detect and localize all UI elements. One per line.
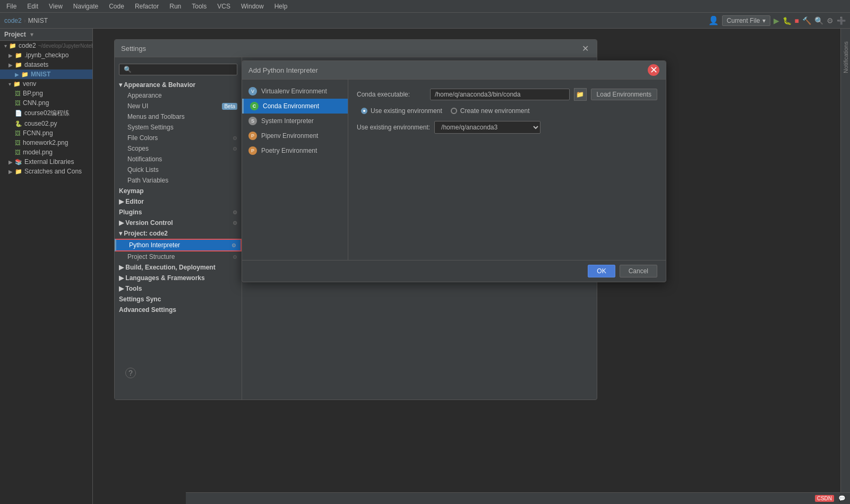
nav-keymap[interactable]: Keymap: [115, 186, 242, 196]
ps-config-icon: ⚙: [233, 254, 237, 260]
nav-virtualenv[interactable]: V Virtualenv Environment: [242, 84, 348, 99]
user-icon[interactable]: 👤: [708, 15, 719, 25]
settings-close-button[interactable]: ✕: [580, 43, 590, 54]
load-environments-button[interactable]: Load Environments: [591, 89, 657, 100]
nav-pipenv[interactable]: P Pipenv Environment: [242, 128, 348, 143]
toolbar-breadcrumb[interactable]: MNIST: [28, 17, 48, 24]
file-colors-config-icon: ⚙: [233, 135, 237, 141]
tree-model[interactable]: 🖼 model.png: [0, 147, 92, 157]
help-button[interactable]: ?: [125, 368, 136, 378]
arrow-icon: ▾: [4, 43, 7, 49]
tree-code2[interactable]: ▾ 📁 code2 ~/develop/JupyterNotebook/code…: [0, 41, 92, 50]
tree-datasets[interactable]: ▶ 📁 datasets: [0, 60, 92, 69]
menu-help[interactable]: Help: [272, 2, 290, 11]
nav-appearance[interactable]: Appearance: [115, 90, 242, 101]
menu-tools[interactable]: Tools: [190, 2, 209, 11]
ok-button[interactable]: OK: [588, 265, 615, 277]
tree-bp[interactable]: 🖼 BP.png: [0, 89, 92, 98]
panel-dropdown[interactable]: ▾: [30, 31, 33, 38]
menu-run[interactable]: Run: [167, 2, 183, 11]
toolbar-project: code2 › MNIST: [4, 17, 48, 24]
nav-system-settings[interactable]: System Settings: [115, 122, 242, 133]
nav-settings-sync[interactable]: Settings Sync: [115, 294, 242, 305]
nav-build[interactable]: ▶ Build, Execution, Deployment: [115, 262, 242, 273]
create-new-radio-circle: [451, 108, 457, 114]
nav-editor[interactable]: ▶ Editor: [115, 196, 242, 207]
create-new-radio[interactable]: Create new environment: [451, 107, 530, 115]
debug-icon[interactable]: 🐛: [783, 16, 792, 25]
nav-scopes[interactable]: Scopes ⚙: [115, 143, 242, 154]
nav-quick-lists[interactable]: Quick Lists: [115, 164, 242, 175]
add-interp-content: Conda executable: 📁 Load Environments: [348, 80, 666, 260]
menu-view[interactable]: View: [47, 2, 65, 11]
nav-poetry-label: Poetry Environment: [261, 147, 317, 154]
nav-plugins[interactable]: Plugins ⚙: [115, 207, 242, 218]
nav-pv-label: Path Variables: [127, 177, 168, 184]
conda-icon: C: [250, 102, 259, 110]
search-icon[interactable]: 🔍: [814, 16, 823, 25]
conda-browse-button[interactable]: 📁: [574, 88, 587, 101]
nav-system-interp[interactable]: S System Interpreter: [242, 114, 348, 128]
tree-couse02[interactable]: 🐍 couse02.py: [0, 119, 92, 128]
nav-menus-toolbars[interactable]: Menus and Toolbars: [115, 111, 242, 122]
venv-icon: V: [248, 87, 257, 95]
nav-path-variables[interactable]: Path Variables: [115, 175, 242, 186]
add-interp-title: Add Python Interpreter: [248, 66, 318, 74]
menu-edit[interactable]: Edit: [25, 2, 40, 11]
bottom-comment-icon[interactable]: 💬: [838, 495, 846, 502]
nav-conda[interactable]: C Conda Environment: [242, 99, 348, 114]
plus-icon[interactable]: ➕: [837, 16, 846, 25]
tree-ext-label: External Libraries: [24, 158, 74, 166]
build-icon[interactable]: 🔨: [802, 16, 811, 25]
nav-version-control[interactable]: ▶ Version Control ⚙: [115, 218, 242, 228]
notifications-sidebar-label[interactable]: Notifications: [842, 39, 850, 75]
nav-new-ui[interactable]: New UI Beta: [115, 101, 242, 111]
nav-project-code2[interactable]: ▾ Project: code2: [115, 228, 242, 239]
tree-course02[interactable]: 📄 course02编程练: [0, 108, 92, 119]
menu-refactor[interactable]: Refactor: [133, 2, 161, 11]
nav-notifications[interactable]: Notifications: [115, 154, 242, 164]
current-file-button[interactable]: Current File ▾: [722, 15, 770, 26]
nav-appearance-behavior[interactable]: ▾ Appearance & Behavior: [115, 80, 242, 90]
tree-course02-label: course02编程练: [24, 109, 70, 118]
nav-file-colors[interactable]: File Colors ⚙: [115, 133, 242, 143]
tree-ipynb[interactable]: ▶ 📁 .ipynb_checkpo: [0, 50, 92, 60]
arrow-icon: ▶: [15, 72, 19, 77]
menu-file[interactable]: File: [4, 2, 19, 11]
project-folder-icon: 📁: [9, 42, 16, 49]
browse-icon: 📁: [576, 91, 584, 98]
stop-icon[interactable]: ■: [795, 16, 799, 25]
nav-ps-label: Project Structure: [127, 253, 175, 260]
tree-scratches[interactable]: ▶ 📁 Scratches and Cons: [0, 167, 92, 176]
use-existing-radio[interactable]: Use existing environment: [361, 107, 442, 115]
menu-code[interactable]: Code: [107, 2, 126, 11]
menu-navigate[interactable]: Navigate: [71, 2, 100, 11]
pi-config-icon: ⚙: [231, 242, 236, 248]
menu-vcs[interactable]: VCS: [215, 2, 233, 11]
nav-tools[interactable]: ▶ Tools: [115, 283, 242, 294]
nav-virtualenv-label: Virtualenv Environment: [261, 88, 327, 95]
nav-notif-label: Notifications: [127, 155, 162, 163]
existing-env-select[interactable]: /home/q/anaconda3: [434, 121, 540, 134]
tree-fcnn[interactable]: 🖼 FCNN.png: [0, 128, 92, 138]
toolbar-project-name[interactable]: code2: [4, 17, 22, 24]
run-icon[interactable]: ▶: [774, 16, 779, 25]
add-interp-close-button[interactable]: ✕: [648, 64, 659, 76]
nav-project-structure[interactable]: Project Structure ⚙: [115, 251, 242, 262]
nav-poetry[interactable]: P Poetry Environment: [242, 143, 348, 158]
tree-cnn[interactable]: 🖼 CNN.png: [0, 98, 92, 108]
nav-project-label: ▾ Project: code2: [119, 230, 168, 237]
nav-advanced-settings[interactable]: Advanced Settings: [115, 305, 242, 315]
tree-ext-libs[interactable]: ▶ 📚 External Libraries: [0, 157, 92, 167]
menu-window[interactable]: Window: [239, 2, 266, 11]
tree-mnist[interactable]: ▶ 📁 MNIST: [0, 69, 92, 79]
nav-languages[interactable]: ▶ Languages & Frameworks: [115, 273, 242, 283]
tree-venv[interactable]: ▾ 📁 venv: [0, 79, 92, 89]
load-envs-label: Load Environments: [597, 91, 651, 98]
nav-python-interpreter[interactable]: Python Interpreter ⚙: [115, 239, 242, 251]
conda-executable-input[interactable]: [430, 89, 570, 100]
settings-search-input[interactable]: [119, 64, 237, 75]
cancel-button[interactable]: Cancel: [620, 265, 657, 277]
settings-icon[interactable]: ⚙: [827, 16, 834, 25]
tree-hw2[interactable]: 🖼 homework2.png: [0, 138, 92, 147]
